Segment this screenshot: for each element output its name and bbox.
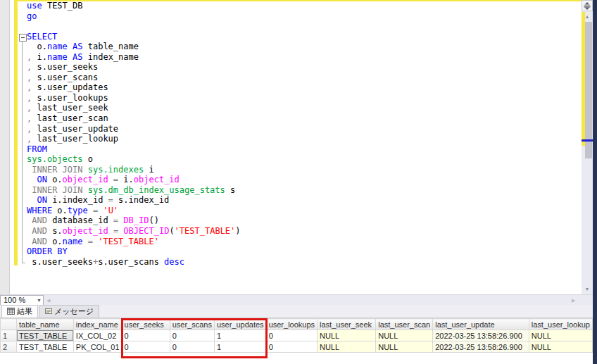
results-grid-icon: [7, 308, 15, 316]
code-line[interactable]: INNER JOIN sys.dm_db_index_usage_stats s: [27, 185, 241, 196]
code-line[interactable]: , last_user_lookup: [27, 134, 241, 144]
grid-cell[interactable]: TEST_TABLE: [17, 330, 74, 341]
vertical-scrollbar[interactable]: ▲ ▼: [582, 0, 593, 294]
ssms-window: use TEST_DBgo SELECT o.name AS table_nam…: [0, 0, 597, 364]
code-line[interactable]: AND s.object_id = OBJECT_ID('TEST_TABLE'…: [27, 226, 241, 237]
code-line[interactable]: AND database_id = DB_ID(): [27, 215, 241, 226]
grid-cell[interactable]: 0: [122, 330, 170, 341]
chevron-down-icon[interactable]: ▼: [37, 296, 42, 305]
grid-cell[interactable]: PK_COL_01: [73, 341, 122, 353]
change-tracking-bar: [14, 1, 18, 265]
code-line[interactable]: , s.user_lookups: [27, 93, 241, 103]
grid-cell[interactable]: TEST_TABLE: [17, 341, 74, 353]
row-header[interactable]: 1: [1, 330, 17, 341]
code-line[interactable]: SELECT: [27, 32, 241, 42]
grid-cell[interactable]: 0: [122, 341, 170, 353]
code-line[interactable]: , s.user_updates: [27, 82, 241, 93]
code-area[interactable]: use TEST_DBgo SELECT o.name AS table_nam…: [27, 1, 241, 267]
tab-results[interactable]: 結果: [1, 305, 38, 318]
column-header[interactable]: user_scans: [170, 319, 214, 330]
grid-cell[interactable]: NULL: [376, 341, 433, 353]
code-line[interactable]: AND o.name = 'TEST_TABLE': [27, 237, 241, 247]
column-header[interactable]: last_user_update: [433, 319, 529, 330]
scroll-left-icon[interactable]: ◀: [46, 295, 50, 306]
window-edge: [593, 0, 597, 364]
row-header[interactable]: 2: [1, 341, 17, 353]
corner-header-cell[interactable]: [1, 319, 17, 330]
code-line[interactable]: sys.objects o: [27, 154, 241, 165]
column-header[interactable]: index_name: [73, 319, 122, 330]
grid-cell[interactable]: 1: [214, 341, 266, 353]
grid-cell[interactable]: 0: [266, 330, 317, 341]
column-header[interactable]: user_lookups: [266, 319, 317, 330]
scroll-down-icon[interactable]: ▼: [582, 284, 593, 294]
scrollbar-caret-marker: [582, 139, 593, 142]
zoom-level-select[interactable]: 100 % ▼: [0, 295, 44, 306]
code-line[interactable]: go: [27, 11, 241, 22]
grid-cell[interactable]: 2022-03-25 13:58:26.900: [433, 341, 529, 353]
column-header[interactable]: user_updates: [214, 319, 266, 330]
code-line[interactable]: , s.user_seeks: [27, 62, 241, 73]
scroll-right-icon[interactable]: ▶: [572, 295, 575, 306]
editor-bottom-bar: 100 % ▼ ◀ ▶: [0, 294, 593, 305]
fold-collapse-button[interactable]: [19, 34, 27, 42]
code-line[interactable]: FROM: [27, 144, 241, 155]
tab-messages[interactable]: メッセージ: [39, 305, 99, 318]
code-line[interactable]: ORDER BY: [27, 246, 241, 257]
grid-cell[interactable]: NULL: [318, 341, 376, 353]
column-header[interactable]: table_name: [17, 319, 74, 330]
splitter-grip-icon[interactable]: [582, 0, 593, 11]
fold-region-end: [22, 263, 25, 263]
code-line[interactable]: , s.user_scans: [27, 73, 241, 83]
code-line[interactable]: INNER JOIN sys.indexes i: [27, 165, 241, 175]
grid-cell[interactable]: 0: [170, 341, 214, 353]
zoom-level-value: 100 %: [4, 296, 25, 305]
grid-cell[interactable]: 1: [214, 330, 266, 341]
results-pane: 結果 メッセージ table_nameindex_nameuser_seeksu…: [0, 305, 593, 364]
scrollbar-thumb[interactable]: [585, 22, 592, 158]
indicator-margin: [0, 0, 10, 294]
results-tab-strip: 結果 メッセージ: [0, 305, 593, 318]
grid-cell[interactable]: IX_COL_02: [73, 330, 122, 341]
code-line[interactable]: , last_user_seek: [27, 103, 241, 113]
code-line[interactable]: WHERE o.type = 'U': [27, 206, 241, 216]
column-header[interactable]: last_user_seek: [318, 319, 376, 330]
grid-cell[interactable]: NULL: [376, 330, 433, 341]
grid-cell[interactable]: 2022-03-25 13:58:26.900: [433, 330, 529, 341]
code-line[interactable]: , last_user_update: [27, 124, 241, 134]
grid-cell[interactable]: 0: [170, 330, 214, 341]
code-line[interactable]: use TEST_DB: [27, 1, 241, 11]
code-line[interactable]: ON i.index_id = s.index_id: [27, 195, 241, 206]
table-row: 2TEST_TABLEPK_COL_010010NULLNULL2022-03-…: [1, 341, 593, 353]
messages-icon: [45, 308, 52, 316]
column-header[interactable]: user_seeks: [122, 319, 170, 330]
fold-region-line: [22, 42, 23, 263]
code-line[interactable]: o.name AS table_name: [27, 42, 241, 52]
column-header[interactable]: last_user_scan: [376, 319, 433, 330]
code-line[interactable]: , i.name AS index_name: [27, 52, 241, 63]
column-header[interactable]: last_user_lookup: [529, 319, 592, 330]
grid-cell[interactable]: NULL: [529, 330, 592, 341]
sql-editor[interactable]: use TEST_DBgo SELECT o.name AS table_nam…: [0, 0, 593, 294]
code-line[interactable]: [27, 21, 241, 32]
grid-cell[interactable]: NULL: [318, 330, 376, 341]
grid-cell[interactable]: NULL: [529, 341, 592, 353]
table-row: 1TEST_TABLEIX_COL_020010NULLNULL2022-03-…: [1, 330, 593, 341]
code-line[interactable]: ON o.object_id = i.object_id: [27, 175, 241, 185]
results-grid: table_nameindex_nameuser_seeksuser_scans…: [0, 318, 593, 353]
grid-cell[interactable]: 0: [266, 341, 317, 353]
tab-results-label: 結果: [17, 306, 32, 317]
tab-messages-label: メッセージ: [54, 306, 94, 317]
code-line[interactable]: , last_user_scan: [27, 113, 241, 124]
code-line[interactable]: s.user_seeks+s.user_scans desc: [27, 257, 241, 268]
results-table: table_nameindex_nameuser_seeksuser_scans…: [0, 318, 593, 353]
